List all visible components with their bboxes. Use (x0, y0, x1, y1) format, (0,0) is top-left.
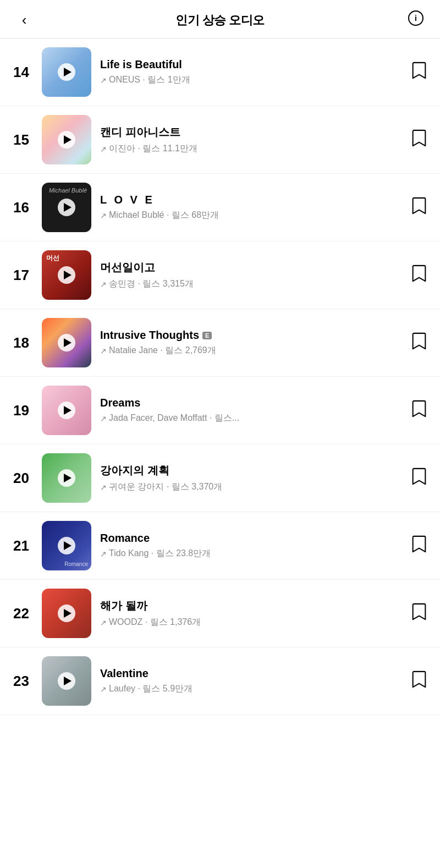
track-rank: 15 (13, 131, 33, 149)
song-title-text: Dreams (100, 397, 140, 409)
song-info: Dreams↗Jada Facer, Dave Moffatt · 릴스... (100, 397, 398, 424)
header: ‹ 인기 상승 오디오 i (0, 0, 440, 39)
song-title-text: Romance (100, 532, 150, 545)
list-item[interactable]: 16Michael BubléL O V E↗Michael Bublé · 릴… (0, 174, 440, 241)
bookmark-button[interactable] (411, 603, 427, 624)
track-rank: 21 (13, 537, 33, 554)
song-info: Life is Beautiful↗ONEUS · 릴스 1만개 (100, 58, 398, 86)
track-thumbnail[interactable] (42, 318, 91, 367)
bookmark-button[interactable] (411, 468, 427, 488)
song-meta: ↗송민경 · 릴스 3,315개 (100, 278, 398, 290)
song-meta: ↗Michael Bublé · 릴스 68만개 (100, 210, 398, 221)
song-title-text: 머선일이고 (100, 260, 155, 275)
artist-name: Michael Bublé · 릴스 68만개 (109, 210, 219, 221)
bookmark-button[interactable] (411, 535, 427, 556)
bookmark-button[interactable] (411, 671, 427, 691)
song-title: 캔디 피아니스트 (100, 125, 398, 140)
song-title: 머선일이고 (100, 260, 398, 275)
track-thumbnail[interactable]: Michael Bublé (42, 183, 91, 232)
list-item[interactable]: 20강아지의 계획↗귀여운 강아지 · 릴스 3,370개 (0, 444, 440, 512)
song-title: Dreams (100, 397, 398, 409)
list-item[interactable]: 22해가 될까↗WOODZ · 릴스 1,376개 (0, 580, 440, 647)
back-button[interactable]: ‹ (13, 12, 35, 29)
trending-arrow-icon: ↗ (100, 347, 107, 355)
trending-arrow-icon: ↗ (100, 685, 107, 694)
song-meta: ↗ONEUS · 릴스 1만개 (100, 74, 398, 86)
track-thumbnail[interactable]: 머선 (42, 250, 91, 300)
play-button[interactable] (58, 266, 75, 284)
bookmark-button[interactable] (411, 62, 427, 83)
song-meta: ↗이진아 · 릴스 11.1만개 (100, 143, 398, 155)
play-button[interactable] (58, 131, 75, 149)
bookmark-button[interactable] (411, 400, 427, 421)
song-meta: ↗WOODZ · 릴스 1,376개 (100, 617, 398, 628)
trending-arrow-icon: ↗ (100, 211, 107, 220)
song-title: Valentine (100, 667, 398, 680)
bookmark-button[interactable] (411, 332, 427, 353)
song-title-text: Valentine (100, 667, 148, 680)
artist-name: WOODZ · 릴스 1,376개 (109, 617, 201, 628)
play-button[interactable] (58, 469, 75, 487)
page-title: 인기 상승 오디오 (175, 12, 265, 29)
song-info: 강아지의 계획↗귀여운 강아지 · 릴스 3,370개 (100, 463, 398, 493)
song-title-text: Life is Beautiful (100, 58, 182, 71)
play-button[interactable] (58, 672, 75, 690)
list-item[interactable]: 19Dreams↗Jada Facer, Dave Moffatt · 릴스..… (0, 377, 440, 444)
artist-name: 귀여운 강아지 · 릴스 3,370개 (109, 481, 222, 493)
track-thumbnail[interactable]: Romance (42, 521, 91, 570)
song-title: Romance (100, 532, 398, 545)
list-item[interactable]: 23Valentine↗Laufey · 릴스 5.9만개 (0, 647, 440, 715)
track-thumbnail[interactable] (42, 47, 91, 97)
trending-arrow-icon: ↗ (100, 145, 107, 153)
song-info: Valentine↗Laufey · 릴스 5.9만개 (100, 667, 398, 695)
song-info: 캔디 피아니스트↗이진아 · 릴스 11.1만개 (100, 125, 398, 155)
track-rank: 19 (13, 402, 33, 419)
info-button[interactable]: i (405, 10, 427, 30)
track-rank: 18 (13, 334, 33, 351)
track-rank: 23 (13, 673, 33, 690)
play-button[interactable] (58, 605, 75, 622)
song-title-text: 해가 될까 (100, 598, 147, 613)
artist-name: ONEUS · 릴스 1만개 (109, 74, 190, 86)
trending-arrow-icon: ↗ (100, 550, 107, 558)
list-item[interactable]: 18Intrusive ThoughtsE↗Natalie Jane · 릴스 … (0, 309, 440, 377)
track-thumbnail[interactable] (42, 115, 91, 164)
trending-arrow-icon: ↗ (100, 414, 107, 423)
bookmark-button[interactable] (411, 129, 427, 150)
play-button[interactable] (58, 334, 75, 351)
bookmark-button[interactable] (411, 197, 427, 218)
trending-arrow-icon: ↗ (100, 618, 107, 627)
track-thumbnail[interactable] (42, 453, 91, 503)
song-meta: ↗귀여운 강아지 · 릴스 3,370개 (100, 481, 398, 493)
track-thumbnail[interactable] (42, 589, 91, 638)
artist-name: Laufey · 릴스 5.9만개 (109, 683, 193, 695)
artist-name: Jada Facer, Dave Moffatt · 릴스... (109, 413, 239, 424)
track-rank: 17 (13, 267, 33, 284)
explicit-badge: E (202, 332, 212, 339)
artist-name: 이진아 · 릴스 11.1만개 (109, 143, 197, 155)
track-rank: 16 (13, 199, 33, 216)
track-thumbnail[interactable] (42, 656, 91, 706)
list-item[interactable]: 17머선머선일이고↗송민경 · 릴스 3,315개 (0, 241, 440, 309)
list-item[interactable]: 21RomanceRomance↗Tido Kang · 릴스 23.8만개 (0, 512, 440, 580)
artist-name: 송민경 · 릴스 3,315개 (109, 278, 194, 290)
song-info: L O V E↗Michael Bublé · 릴스 68만개 (100, 194, 398, 221)
play-button[interactable] (58, 199, 75, 216)
list-item[interactable]: 15캔디 피아니스트↗이진아 · 릴스 11.1만개 (0, 106, 440, 174)
track-thumbnail[interactable] (42, 386, 91, 435)
song-title: 강아지의 계획 (100, 463, 398, 478)
bookmark-button[interactable] (411, 265, 427, 285)
song-info: 머선일이고↗송민경 · 릴스 3,315개 (100, 260, 398, 290)
svg-text:i: i (415, 14, 417, 23)
track-rank: 22 (13, 605, 33, 622)
song-meta: ↗Tido Kang · 릴스 23.8만개 (100, 548, 398, 559)
play-button[interactable] (58, 402, 75, 419)
trending-arrow-icon: ↗ (100, 280, 107, 289)
song-title: L O V E (100, 194, 398, 206)
song-title-text: 강아지의 계획 (100, 463, 169, 478)
track-rank: 20 (13, 470, 33, 487)
play-button[interactable] (58, 63, 75, 81)
list-item[interactable]: 14Life is Beautiful↗ONEUS · 릴스 1만개 (0, 39, 440, 106)
play-button[interactable] (58, 537, 75, 554)
song-title: Intrusive ThoughtsE (100, 329, 398, 342)
